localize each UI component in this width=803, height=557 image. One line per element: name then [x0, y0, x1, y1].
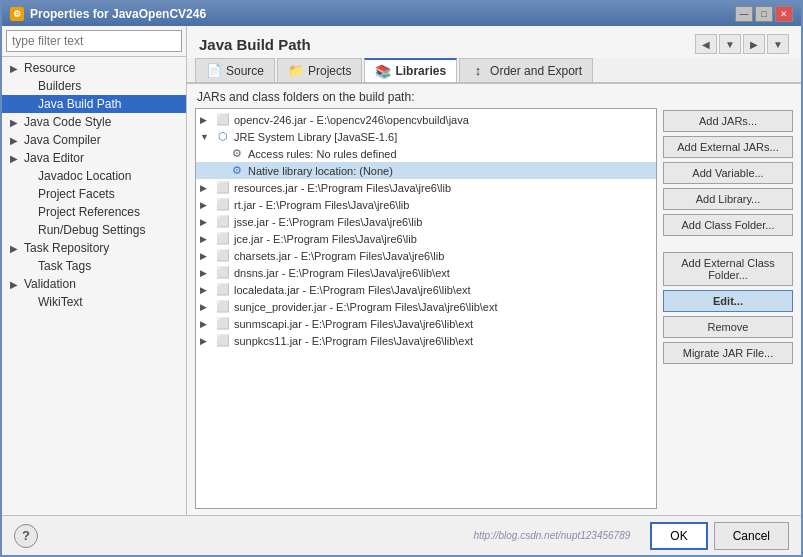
jar-icon: ⬜ — [215, 113, 231, 126]
dialog-buttons: OK Cancel — [650, 522, 789, 550]
jar-item-localedata-jar[interactable]: ▶⬜localedata.jar - E:\Program Files\Java… — [196, 281, 656, 298]
sidebar-item-wikitext[interactable]: WikiText — [2, 293, 186, 311]
sidebar-item-label: Java Build Path — [38, 97, 121, 111]
jar-icon: ⬜ — [215, 232, 231, 245]
add-jars-button[interactable]: Add JARs... — [663, 110, 793, 132]
sidebar-item-run-debug-settings[interactable]: Run/Debug Settings — [2, 221, 186, 239]
nav-forward-button[interactable]: ▶ — [743, 34, 765, 54]
jar-label: JARs and class folders on the build path… — [195, 90, 657, 104]
jar-item-label: sunjce_provider.jar - E:\Program Files\J… — [234, 301, 498, 313]
sidebar-item-java-code-style[interactable]: ▶Java Code Style — [2, 113, 186, 131]
jar-arrow: ▶ — [200, 234, 212, 244]
jar-item-native-lib[interactable]: ⚙Native library location: (None) — [196, 162, 656, 179]
content-area: ▶ResourceBuildersJava Build Path▶Java Co… — [2, 26, 801, 515]
jar-item-label: localedata.jar - E:\Program Files\Java\j… — [234, 284, 471, 296]
tab-icon-projects: 📁 — [288, 64, 304, 78]
jar-item-sunpkcs-jar[interactable]: ▶⬜sunpkcs11.jar - E:\Program Files\Java\… — [196, 332, 656, 349]
add-variable-button[interactable]: Add Variable... — [663, 162, 793, 184]
tab-order-export[interactable]: ↕Order and Export — [459, 58, 593, 82]
sidebar-item-project-references[interactable]: Project References — [2, 203, 186, 221]
sidebar-item-validation[interactable]: ▶Validation — [2, 275, 186, 293]
sidebar-item-resource[interactable]: ▶Resource — [2, 59, 186, 77]
jar-item-label: charsets.jar - E:\Program Files\Java\jre… — [234, 250, 444, 262]
button-spacer — [663, 240, 793, 248]
jar-item-rt-jar[interactable]: ▶⬜rt.jar - E:\Program Files\Java\jre6\li… — [196, 196, 656, 213]
sidebar-item-java-editor[interactable]: ▶Java Editor — [2, 149, 186, 167]
filter-input[interactable] — [6, 30, 182, 52]
sidebar-item-label: Javadoc Location — [38, 169, 131, 183]
sidebar-item-label: WikiText — [38, 295, 83, 309]
sidebar-item-builders[interactable]: Builders — [2, 77, 186, 95]
window-title: Properties for JavaOpenCV246 — [30, 7, 206, 21]
jar-arrow: ▼ — [200, 132, 212, 142]
sidebar-item-label: Java Code Style — [24, 115, 111, 129]
window-icon: ⚙ — [10, 7, 24, 21]
jar-item-charsets-jar[interactable]: ▶⬜charsets.jar - E:\Program Files\Java\j… — [196, 247, 656, 264]
rule-icon: ⚙ — [229, 147, 245, 160]
jre-icon: ⬡ — [215, 130, 231, 143]
sidebar-item-javadoc-location[interactable]: Javadoc Location — [2, 167, 186, 185]
minimize-button[interactable]: — — [735, 6, 753, 22]
jar-arrow: ▶ — [200, 268, 212, 278]
sidebar-item-label: Task Repository — [24, 241, 109, 255]
jar-arrow: ▶ — [200, 183, 212, 193]
jar-icon: ⬜ — [215, 215, 231, 228]
jar-icon: ⬜ — [215, 283, 231, 296]
help-button[interactable]: ? — [14, 524, 38, 548]
tab-icon-libraries: 📚 — [375, 64, 391, 78]
tree-arrow: ▶ — [10, 279, 20, 290]
add-external-jars-button[interactable]: Add External JARs... — [663, 136, 793, 158]
close-button[interactable]: ✕ — [775, 6, 793, 22]
tab-source[interactable]: 📄Source — [195, 58, 275, 82]
ok-button[interactable]: OK — [650, 522, 707, 550]
add-external-class-folder-button[interactable]: Add External Class Folder... — [663, 252, 793, 286]
jar-item-sunmscapi-jar[interactable]: ▶⬜sunmscapi.jar - E:\Program Files\Java\… — [196, 315, 656, 332]
tab-projects[interactable]: 📁Projects — [277, 58, 362, 82]
buttons-column: Add JARs...Add External JARs...Add Varia… — [663, 90, 793, 509]
nav-down-button[interactable]: ▼ — [719, 34, 741, 54]
edit-button[interactable]: Edit... — [663, 290, 793, 312]
jar-item-dnsns-jar[interactable]: ▶⬜dnsns.jar - E:\Program Files\Java\jre6… — [196, 264, 656, 281]
jar-item-jce-jar[interactable]: ▶⬜jce.jar - E:\Program Files\Java\jre6\l… — [196, 230, 656, 247]
jar-arrow: ▶ — [200, 285, 212, 295]
sidebar-item-java-build-path[interactable]: Java Build Path — [2, 95, 186, 113]
jar-tree[interactable]: ▶⬜opencv-246.jar - E:\opencv246\opencvbu… — [195, 108, 657, 509]
add-library-button[interactable]: Add Library... — [663, 188, 793, 210]
tab-label-order-export: Order and Export — [490, 64, 582, 78]
jar-icon: ⬜ — [215, 249, 231, 262]
jar-icon: ⬜ — [215, 317, 231, 330]
sidebar-item-label: Validation — [24, 277, 76, 291]
jar-icon: ⬜ — [215, 198, 231, 211]
nav-menu-button[interactable]: ▼ — [767, 34, 789, 54]
sidebar-item-task-tags[interactable]: Task Tags — [2, 257, 186, 275]
jar-item-label: sunmscapi.jar - E:\Program Files\Java\jr… — [234, 318, 473, 330]
maximize-button[interactable]: □ — [755, 6, 773, 22]
tree-arrow: ▶ — [10, 135, 20, 146]
add-class-folder-button[interactable]: Add Class Folder... — [663, 214, 793, 236]
cancel-button[interactable]: Cancel — [714, 522, 789, 550]
watermark: http://blog.csdn.net/nupt123456789 — [474, 530, 631, 541]
jar-icon: ⬜ — [215, 266, 231, 279]
sidebar-item-task-repository[interactable]: ▶Task Repository — [2, 239, 186, 257]
migrate-jar-button[interactable]: Migrate JAR File... — [663, 342, 793, 364]
jar-item-opencv-jar[interactable]: ▶⬜opencv-246.jar - E:\opencv246\opencvbu… — [196, 111, 656, 128]
jar-icon: ⬜ — [215, 181, 231, 194]
jar-icon: ⬜ — [215, 334, 231, 347]
jar-item-jre-system[interactable]: ▼⬡JRE System Library [JavaSE-1.6] — [196, 128, 656, 145]
tab-label-libraries: Libraries — [395, 64, 446, 78]
jar-item-sunjce-jar[interactable]: ▶⬜sunjce_provider.jar - E:\Program Files… — [196, 298, 656, 315]
sidebar-item-java-compiler[interactable]: ▶Java Compiler — [2, 131, 186, 149]
jar-item-jsse-jar[interactable]: ▶⬜jsse.jar - E:\Program Files\Java\jre6\… — [196, 213, 656, 230]
tab-label-source: Source — [226, 64, 264, 78]
jar-item-label: jce.jar - E:\Program Files\Java\jre6\lib — [234, 233, 417, 245]
sidebar-item-label: Run/Debug Settings — [38, 223, 145, 237]
sidebar-item-project-facets[interactable]: Project Facets — [2, 185, 186, 203]
properties-window: ⚙ Properties for JavaOpenCV246 — □ ✕ ▶Re… — [0, 0, 803, 557]
sidebar-item-label: Java Editor — [24, 151, 84, 165]
tab-libraries[interactable]: 📚Libraries — [364, 58, 457, 82]
remove-button[interactable]: Remove — [663, 316, 793, 338]
jar-item-resources-jar[interactable]: ▶⬜resources.jar - E:\Program Files\Java\… — [196, 179, 656, 196]
jar-arrow: ▶ — [200, 115, 212, 125]
jar-item-access-rules[interactable]: ⚙Access rules: No rules defined — [196, 145, 656, 162]
nav-back-button[interactable]: ◀ — [695, 34, 717, 54]
